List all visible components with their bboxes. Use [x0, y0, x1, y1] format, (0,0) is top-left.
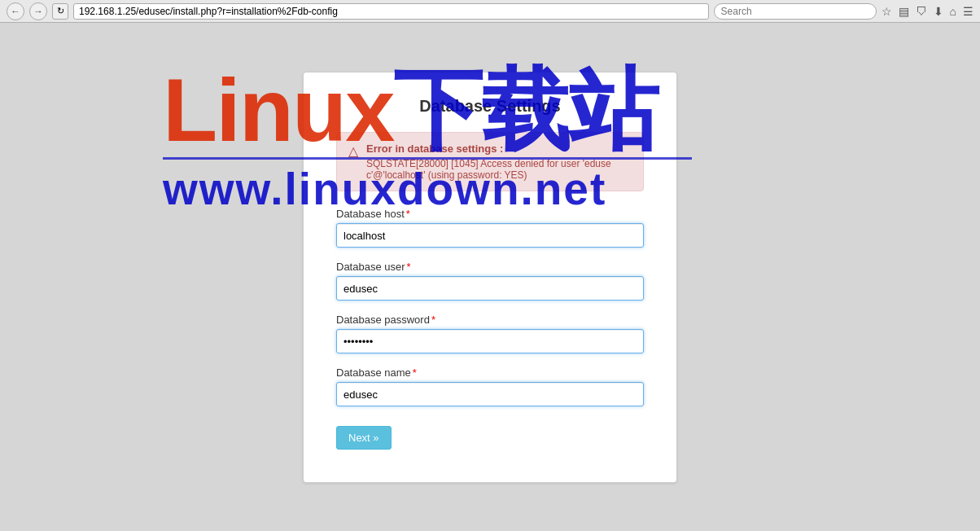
db-user-input[interactable]: [336, 276, 644, 301]
back-button[interactable]: ←: [7, 2, 24, 20]
db-name-label: Database name*: [336, 366, 644, 379]
address-bar-container: [73, 3, 709, 20]
error-icon: △: [348, 143, 358, 159]
menu-icon[interactable]: ☰: [963, 5, 973, 18]
reader-icon[interactable]: ▤: [899, 5, 909, 18]
next-button[interactable]: Next »: [336, 426, 392, 450]
page-content: Database Settings △ Error in database se…: [0, 23, 980, 531]
browser-icons: ☆ ▤ ⛉ ⬇ ⌂ ☰: [882, 5, 973, 18]
address-bar[interactable]: [73, 3, 709, 20]
forward-button[interactable]: →: [29, 2, 47, 20]
settings-card: Database Settings △ Error in database se…: [303, 72, 677, 483]
db-host-input[interactable]: [336, 223, 644, 248]
page-title: Database Settings: [336, 97, 644, 116]
db-user-group: Database user*: [336, 261, 644, 301]
db-name-input[interactable]: [336, 382, 644, 406]
error-box: △ Error in database settings : SQLSTATE[…: [336, 132, 644, 191]
browser-toolbar: ← → ↻ ☆ ▤ ⛉ ⬇ ⌂ ☰: [0, 0, 980, 23]
home-icon[interactable]: ⌂: [950, 5, 956, 18]
shield-icon[interactable]: ⛉: [916, 5, 927, 18]
reload-button[interactable]: ↻: [52, 3, 68, 20]
error-title: Error in database settings :: [366, 143, 632, 155]
db-user-label: Database user*: [336, 261, 644, 273]
db-password-input[interactable]: [336, 329, 644, 353]
download-icon[interactable]: ⬇: [934, 5, 943, 18]
error-detail: SQLSTATE[28000] [1045] Access denied for…: [366, 158, 632, 181]
db-password-label: Database password*: [336, 314, 644, 326]
bookmark-icon[interactable]: ☆: [882, 5, 892, 18]
db-host-group: Database host*: [336, 208, 644, 248]
error-text: Error in database settings : SQLSTATE[28…: [366, 143, 632, 181]
db-host-label: Database host*: [336, 208, 644, 220]
search-bar[interactable]: [714, 3, 877, 20]
db-name-group: Database name*: [336, 366, 644, 406]
db-password-group: Database password*: [336, 314, 644, 353]
